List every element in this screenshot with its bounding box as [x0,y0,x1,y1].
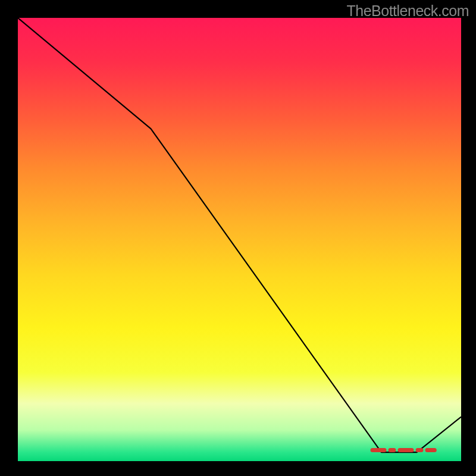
chart-container: TheBottleneck.com [0,0,476,476]
plot-area [18,18,461,461]
bottleneck-curve [18,18,461,452]
watermark-text: TheBottleneck.com [347,2,469,20]
chart-svg [18,18,461,461]
